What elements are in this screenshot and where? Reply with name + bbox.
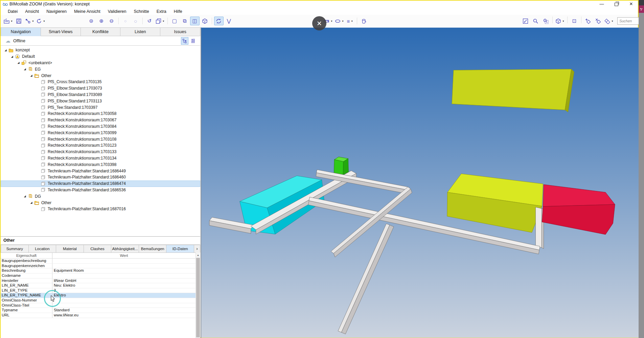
properties-tab-clashes[interactable]: Clashes xyxy=(84,245,112,253)
property-row[interactable]: Baugruppenbeschreibung xyxy=(1,259,196,264)
property-value[interactable]: Elektro xyxy=(52,293,196,298)
paint-bucket-button[interactable] xyxy=(359,17,369,25)
tree-expand-arrow-icon[interactable]: ◢ xyxy=(30,201,33,204)
tab-smart-views[interactable]: Smart-Views xyxy=(41,27,81,36)
tree-item[interactable]: PfS_Elbow:Standard:1703113 xyxy=(1,98,200,104)
beam-post-front[interactable] xyxy=(535,207,542,248)
tree-expand-arrow-icon[interactable]: ◢ xyxy=(4,49,7,52)
tab-konflikte[interactable]: Konflikte xyxy=(81,27,121,36)
properties-tab-material[interactable]: Material xyxy=(56,245,84,253)
tree-item[interactable]: ◢Other xyxy=(1,72,200,79)
tree-item[interactable]: PfS_Tee:Standard:1703397 xyxy=(1,104,200,111)
dropdown-arrow-icon[interactable]: ▼ xyxy=(611,20,614,22)
reset-view-button[interactable]: ↺ xyxy=(145,17,154,25)
taskbar-app-icon[interactable] xyxy=(639,5,644,13)
tree-item[interactable]: Rechteck:Konstruktionsraum:1703084 xyxy=(1,123,200,130)
scroll-up-icon[interactable]: ▲ xyxy=(196,252,200,258)
menu-navigieren[interactable]: Navigieren xyxy=(43,8,70,15)
scene-canvas[interactable] xyxy=(201,27,639,338)
property-row[interactable]: Baugruppenkennzeichen xyxy=(1,264,196,269)
ellipse-markup-button[interactable]: ▼ xyxy=(334,17,345,25)
tree-item[interactable]: Technikraum-Platzhalter:Standard:1687016 xyxy=(1,206,200,212)
green-box-front[interactable] xyxy=(334,160,343,175)
clip-plane-button[interactable]: ▢ xyxy=(170,17,179,25)
property-value[interactable] xyxy=(52,264,196,268)
menu-extra[interactable]: Extra xyxy=(153,8,170,15)
properties-scrollbar[interactable]: ▲ xyxy=(196,252,200,338)
hide-components-button[interactable]: ⊜ xyxy=(87,17,96,25)
properties-tab-summary[interactable]: Summary xyxy=(1,245,29,253)
share-view-button[interactable]: ▼ xyxy=(24,17,35,25)
save-button[interactable] xyxy=(14,17,24,25)
dropdown-arrow-icon[interactable]: ▼ xyxy=(10,20,13,22)
tree-item[interactable]: Rechteck:Konstruktionsraum:1703123 xyxy=(1,142,200,149)
tree-item[interactable]: Rechteck:Konstruktionsraum:1703058 xyxy=(1,111,200,117)
tree-item[interactable]: Rechteck:Konstruktionsraum:1703133 xyxy=(1,149,200,155)
floating-panel-top[interactable] xyxy=(452,69,571,110)
clip-box-button[interactable]: ◫ xyxy=(190,17,200,25)
menu-validieren[interactable]: Validieren xyxy=(104,8,130,15)
properties-tab-abhängigkeit[interactable]: Abhängigkeit... xyxy=(111,245,139,253)
property-value[interactable]: liNear GmbH xyxy=(52,279,196,283)
dropdown-arrow-icon[interactable]: ▼ xyxy=(162,20,165,22)
tab-issues[interactable]: Issues xyxy=(160,27,200,36)
close-button[interactable]: ✕ xyxy=(628,1,634,7)
tree-item[interactable]: Rechteck:Konstruktionsraum:1703134 xyxy=(1,155,200,162)
add-clipping-plane-button[interactable] xyxy=(583,17,593,25)
properties-tab-id-daten[interactable]: ID-Daten xyxy=(166,245,194,253)
copy-viewpoint-button[interactable]: ▼ xyxy=(155,17,165,25)
property-row[interactable]: BeschreibungEquipment Room xyxy=(1,268,196,273)
property-value[interactable]: Equipment Room xyxy=(52,268,196,273)
menu-ansicht[interactable]: Ansicht xyxy=(21,8,43,15)
scrollbar-thumb[interactable] xyxy=(196,258,200,337)
property-row[interactable]: LIN_ER_TYPE_NAMEElektro xyxy=(1,293,196,298)
dropdown-arrow-icon[interactable]: ▼ xyxy=(342,20,344,22)
tree-item[interactable]: ◢Other xyxy=(1,199,200,206)
tree-item[interactable]: Technikraum-Platzhalter:Standard:1686474 xyxy=(1,180,200,187)
ghost-all-button[interactable]: ◌ xyxy=(131,17,140,25)
property-row[interactable]: Codename xyxy=(1,273,196,279)
tab-navigation[interactable]: Navigation xyxy=(1,27,41,36)
property-value[interactable]: www.liNear.eu xyxy=(52,313,196,318)
sync-button[interactable]: ▼ xyxy=(36,17,46,25)
tree-item[interactable]: ◢Default xyxy=(1,53,200,60)
tree-item[interactable]: Rechteck:Konstruktionsraum:1703108 xyxy=(1,136,200,142)
tree-item[interactable]: Technikraum-Platzhalter:Standard:1686460 xyxy=(1,174,200,180)
standard-views-button[interactable]: ▼ xyxy=(555,17,565,25)
tree-item[interactable]: Technikraum-Platzhalter:Standard:1686449 xyxy=(1,168,200,174)
property-value[interactable] xyxy=(52,303,196,308)
zoom-button[interactable] xyxy=(531,17,540,25)
isolate-add-button[interactable]: ⊕ xyxy=(97,17,106,25)
walk-mode-button[interactable]: ⋁ xyxy=(224,17,234,25)
viewport-3d[interactable] xyxy=(201,27,639,338)
property-row[interactable]: OmniClass-Titel xyxy=(1,303,196,308)
property-row[interactable]: LIN_ER_TYPE3 xyxy=(1,288,196,293)
tree-expand-arrow-icon[interactable]: ◢ xyxy=(10,55,14,58)
tree-item[interactable]: ◢konzept xyxy=(1,47,200,53)
property-row[interactable]: LIN_ER_NAMENeu: Elektro xyxy=(1,283,196,288)
tree-structure-view-button[interactable] xyxy=(181,37,188,45)
property-value[interactable] xyxy=(52,273,196,278)
list-grouping-view-button[interactable] xyxy=(189,37,197,45)
tree-item[interactable]: Technikraum-Platzhalter:Standard:1686536 xyxy=(1,187,200,193)
open-model-button[interactable]: ▼ xyxy=(3,17,14,25)
dropdown-arrow-icon[interactable]: ▼ xyxy=(330,20,333,22)
property-row[interactable]: TypnameStandard xyxy=(1,308,196,313)
properties-tab-bemaßungen[interactable]: Bemaßungen xyxy=(139,245,167,253)
orbit-mode-button[interactable] xyxy=(214,17,224,25)
menu-schnitte[interactable]: Schnitte xyxy=(130,8,153,15)
tree-item[interactable]: ◢EG xyxy=(1,66,200,72)
minimize-button[interactable]: — xyxy=(599,1,604,7)
property-row[interactable]: URLwww.liNear.eu xyxy=(1,313,196,318)
dropdown-arrow-icon[interactable]: ▼ xyxy=(351,20,353,22)
properties-tab-location[interactable]: Location xyxy=(29,245,56,253)
property-value[interactable] xyxy=(52,298,196,303)
property-value[interactable]: 3 xyxy=(52,288,196,293)
tree-expand-arrow-icon[interactable]: ◢ xyxy=(30,74,33,77)
tree-item[interactable]: PfS_Cross:Standard:1703135 xyxy=(1,79,200,85)
tab-listen[interactable]: Listen xyxy=(120,27,160,36)
section-box-button[interactable]: ⊡ xyxy=(570,17,579,25)
titlebar[interactable]: BIMcollab ZOOM (Gratis Version): konzept… xyxy=(1,1,638,7)
dropdown-arrow-icon[interactable]: ▼ xyxy=(562,20,565,22)
fit-view-button[interactable] xyxy=(521,17,530,25)
